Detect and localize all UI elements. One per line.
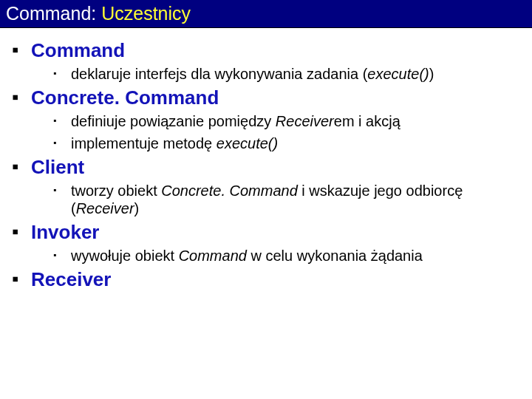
item-text: wywołuje obiekt Command w celu wykonania…: [71, 247, 423, 265]
square-bullet-icon: ▪: [12, 157, 31, 176]
list-item: ▪ wywołuje obiekt Command w celu wykonan…: [53, 247, 504, 265]
square-bullet-icon: ▪: [53, 112, 71, 129]
list-item: ▪ implementuje metodę execute(): [53, 134, 504, 152]
heading-concrete-command: ▪ Concrete. Command: [12, 87, 520, 108]
item-text: deklaruje interfejs dla wykonywania zada…: [71, 65, 434, 83]
heading-command: ▪ Command: [12, 40, 520, 61]
item-text: implementuje metodę execute(): [71, 134, 278, 152]
square-bullet-icon: ▪: [53, 65, 71, 81]
square-bullet-icon: ▪: [12, 87, 31, 106]
slide-title-bar: Command: Uczestnicy: [0, 0, 532, 28]
heading-invoker: ▪ Invoker: [12, 222, 520, 242]
square-bullet-icon: ▪: [53, 134, 71, 151]
slide-content: ▪ Command ▪ deklaruje interfejs dla wyko…: [0, 28, 532, 299]
item-text: tworzy obiekt Concrete. Command i wskazu…: [71, 182, 504, 217]
item-text: definiuje powiązanie pomiędzy Receiverem…: [71, 112, 400, 130]
heading-client: ▪ Client: [12, 157, 520, 177]
square-bullet-icon: ▪: [12, 40, 31, 59]
square-bullet-icon: ▪: [12, 222, 31, 241]
list-item: ▪ tworzy obiekt Concrete. Command i wska…: [53, 182, 504, 217]
list-item: ▪ definiuje powiązanie pomiędzy Receiver…: [53, 112, 504, 130]
square-bullet-icon: ▪: [53, 247, 71, 263]
title-second: Uczestnicy: [101, 3, 191, 24]
square-bullet-icon: ▪: [12, 269, 31, 288]
square-bullet-icon: ▪: [53, 182, 71, 198]
heading-receiver: ▪ Receiver: [12, 269, 520, 290]
list-item: ▪ deklaruje interfejs dla wykonywania za…: [53, 65, 504, 83]
title-first: Command:: [6, 3, 101, 24]
